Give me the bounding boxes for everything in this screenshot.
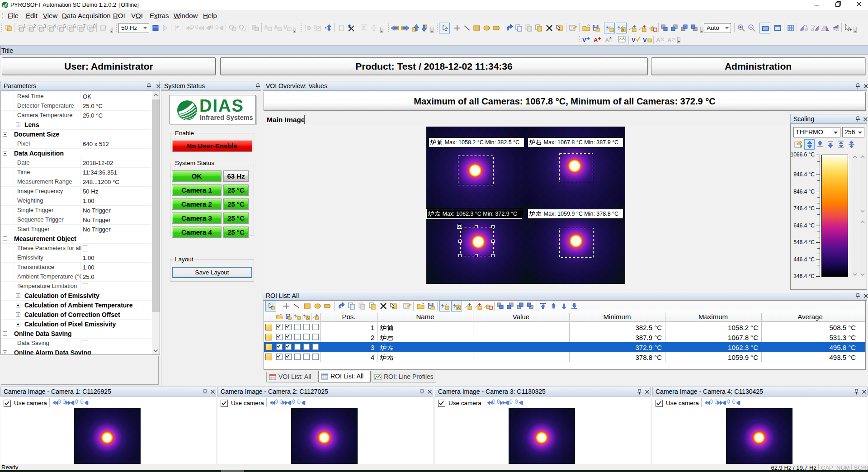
svg-text:V: V <box>643 37 647 43</box>
svg-text:A: A <box>307 316 309 319</box>
svg-text:A: A <box>667 37 672 43</box>
svg-text:1: 1 <box>24 24 26 29</box>
svg-text:A: A <box>605 37 609 43</box>
svg-text:A: A <box>457 306 460 310</box>
svg-text:4: 4 <box>53 24 56 29</box>
svg-text:5: 5 <box>63 24 66 29</box>
svg-text:V: V <box>283 24 287 31</box>
svg-text:A: A <box>622 28 624 32</box>
svg-text:V: V <box>632 37 636 43</box>
svg-text:A: A <box>594 37 598 43</box>
svg-text:8: 8 <box>93 24 96 29</box>
svg-text:V: V <box>582 37 586 43</box>
svg-text:6: 6 <box>73 24 76 29</box>
svg-text:3: 3 <box>43 24 46 29</box>
svg-text:A: A <box>264 24 268 31</box>
svg-text:2: 2 <box>33 24 36 29</box>
svg-text:A: A <box>274 24 278 31</box>
svg-text:A: A <box>656 37 660 43</box>
svg-text:7: 7 <box>83 24 86 29</box>
